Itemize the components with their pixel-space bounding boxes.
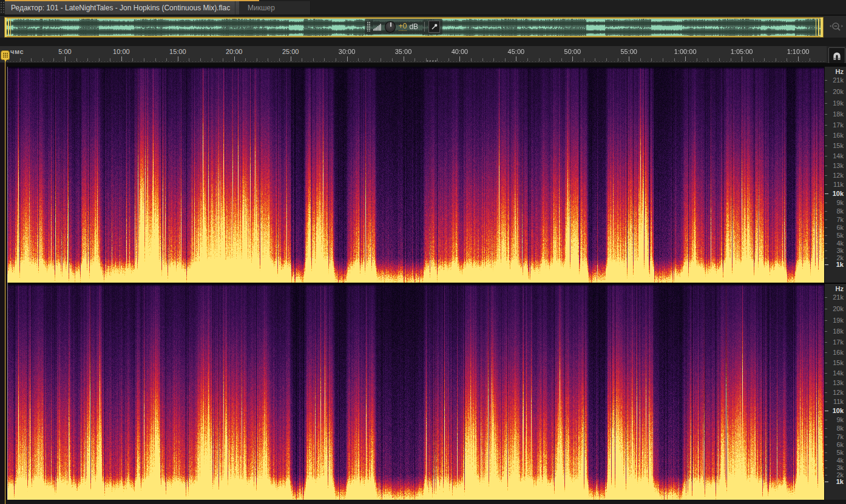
time-format-label[interactable]: чмс [10, 48, 24, 55]
time-ruler[interactable]: чмс 5:0010:0015:0020:0025:0030:0035:0040… [0, 46, 827, 63]
frequency-tick [825, 166, 827, 166]
volume-bars-icon [373, 22, 382, 31]
frequency-label: 17k [833, 121, 844, 129]
ruler-minor-tick [753, 58, 754, 61]
ruler-minor-tick [719, 58, 720, 61]
tab-editor-label: Редактор: 101 - LateNightTales - Jon Hop… [11, 4, 230, 12]
frequency-label: 20k [833, 305, 844, 312]
ruler-grip-icon[interactable] [427, 60, 438, 62]
frequency-tick [825, 420, 827, 420]
ruler-minor-tick [313, 58, 314, 61]
frequency-tick [825, 402, 827, 402]
spectrogram-channel-left[interactable] [7, 67, 824, 283]
frequency-axis-right-channel[interactable]: Hz21k20k19k18k17k16k15k14k13k12k11k10k9k… [824, 284, 846, 500]
frequency-label: 10k [833, 190, 844, 197]
frequency-label: 3k [836, 464, 844, 471]
frequency-label: 15k [833, 359, 844, 366]
gain-unit-label: dB [409, 22, 418, 31]
frequency-label: 14k [833, 369, 844, 377]
frequency-tick [825, 352, 827, 353]
ruler-minor-tick [764, 58, 765, 61]
ruler-time-label: 50:00 [564, 48, 581, 55]
ruler-minor-tick [20, 58, 21, 61]
ruler-major-tick [291, 56, 291, 61]
frequency-tick [825, 428, 827, 429]
left-gutter [0, 63, 7, 504]
ruler-minor-tick [674, 58, 675, 61]
ruler-minor-tick [110, 58, 110, 61]
ruler-minor-tick [268, 58, 268, 61]
audition-window: Редактор: 101 - LateNightTales - Jon Hop… [0, 0, 846, 504]
frequency-tick [825, 156, 827, 156]
editor-tab-group: Редактор: 101 - LateNightTales - Jon Hop… [5, 0, 259, 15]
snap-toggle-button[interactable] [828, 47, 845, 64]
tab-mixer[interactable]: Микшер [239, 1, 311, 15]
frequency-label: 19k [833, 99, 844, 107]
hud-grip-icon[interactable] [367, 22, 371, 32]
ruler-major-tick [798, 56, 799, 61]
frequency-label: 6k [836, 441, 844, 448]
frequency-tick [825, 211, 827, 212]
gain-knob[interactable] [385, 21, 396, 33]
ruler-minor-tick [426, 58, 427, 61]
frequency-label: 4k [836, 457, 844, 464]
frequency-label: 13k [833, 162, 844, 169]
ruler-minor-tick [279, 58, 280, 61]
ruler-time-label: 25:00 [282, 48, 299, 55]
playhead-line[interactable] [5, 58, 5, 504]
ruler-minor-tick [539, 58, 540, 61]
ruler-time-label: 55:00 [620, 48, 637, 55]
ruler-minor-tick [584, 58, 584, 61]
frequency-tick [825, 135, 827, 136]
frequency-label: 12k [833, 172, 844, 179]
panel-grip-icon[interactable] [0, 1, 5, 13]
frequency-tick [825, 193, 828, 194]
ruler-minor-tick [132, 58, 133, 61]
ruler-minor-tick [392, 58, 393, 61]
frequency-label: 7k [836, 216, 844, 223]
frequency-label: 14k [833, 152, 844, 160]
ruler-minor-tick [155, 58, 156, 61]
ruler-minor-tick [595, 58, 595, 61]
ruler-dotted-baseline [7, 61, 824, 62]
ruler-minor-tick [370, 58, 370, 61]
frequency-tick [825, 445, 827, 445]
frequency-tick [825, 309, 827, 309]
zoom-bar-strip[interactable] [0, 38, 846, 46]
frequency-label: 16k [833, 349, 844, 356]
ruler-minor-tick [31, 58, 32, 61]
gain-value[interactable]: +0 [399, 22, 407, 31]
frequency-label: 1k [836, 478, 844, 485]
ruler-minor-tick [787, 58, 787, 61]
playhead-handle[interactable] [1, 50, 10, 60]
frequency-tick [825, 220, 827, 220]
ruler-time-label: 45:00 [508, 48, 525, 55]
ruler-major-tick [742, 56, 742, 61]
frequency-label: 1k [836, 261, 844, 268]
ruler-minor-tick [381, 58, 381, 61]
magnet-icon [832, 51, 842, 61]
ruler-major-tick [629, 56, 629, 61]
hud-pin-button[interactable] [428, 21, 440, 33]
channel-divider[interactable] [0, 283, 846, 284]
frequency-label: 12k [833, 389, 844, 396]
frequency-tick [825, 452, 827, 453]
ruler-minor-tick [697, 58, 697, 61]
frequency-tick [825, 468, 827, 468]
spectral-bottom-border [0, 500, 846, 504]
frequency-tick [825, 264, 828, 265]
frequency-label: 2k [836, 471, 844, 479]
zoom-out-icon[interactable] [829, 21, 844, 34]
ruler-minor-tick [324, 58, 325, 61]
frequency-axis-left-channel[interactable]: Hz21k20k19k18k17k16k15k14k13k12k11k10k9k… [824, 67, 846, 283]
ruler-minor-tick [606, 58, 607, 61]
frequency-label: 11k [833, 181, 844, 188]
spectrogram-channel-right[interactable] [7, 284, 824, 500]
frequency-tick [825, 297, 827, 298]
ruler-minor-tick [223, 58, 223, 61]
frequency-tick [825, 80, 827, 81]
frequency-label: 20k [833, 88, 844, 95]
ruler-major-tick [178, 56, 178, 61]
tab-editor[interactable]: Редактор: 101 - LateNightTales - Jon Hop… [5, 1, 235, 15]
frequency-unit-label: Hz [836, 68, 844, 75]
